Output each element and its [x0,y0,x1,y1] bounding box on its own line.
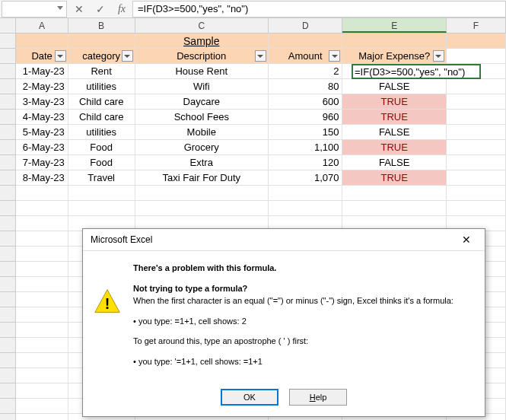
row-header[interactable] [0,368,16,383]
cell[interactable] [16,368,68,383]
cell[interactable] [447,79,506,94]
cell[interactable] [447,170,506,186]
cell[interactable] [16,231,68,247]
cell[interactable] [447,201,506,216]
cell[interactable] [16,399,68,414]
cell-major[interactable]: TRUE [342,140,446,155]
cell-category[interactable]: utilities [68,125,135,140]
cell-date[interactable]: 2-May-23 [16,79,68,94]
cell[interactable] [447,140,506,155]
filter-icon[interactable] [433,50,444,62]
col-header-D[interactable]: D [269,18,343,33]
cell[interactable] [16,247,68,262]
row-header[interactable] [0,155,16,170]
row-header[interactable] [0,338,16,353]
cell-major[interactable]: TRUE [342,170,446,186]
cell-category[interactable]: Food [68,140,135,155]
cell[interactable] [135,186,269,201]
cell-major[interactable]: FALSE [342,79,446,94]
cell-description[interactable]: Grocery [135,140,269,155]
row-header[interactable] [0,231,16,247]
row-header[interactable] [0,383,16,399]
cell-description[interactable]: House Rent [135,64,269,79]
cell[interactable] [342,33,446,49]
cell[interactable] [269,201,343,216]
cell-major[interactable]: TRUE [342,94,446,110]
cell-date[interactable]: 3-May-23 [16,94,68,110]
cell-amount[interactable]: 960 [269,110,343,125]
enter-formula-button[interactable]: ✓ [90,1,111,18]
cell[interactable] [447,33,506,49]
ok-button[interactable]: OK [221,389,278,406]
select-all-corner[interactable] [0,18,16,33]
cell-category[interactable]: Travel [68,170,135,186]
cell[interactable] [16,292,68,307]
name-box[interactable] [2,1,67,18]
filter-icon[interactable] [329,50,340,62]
cell-amount[interactable]: 120 [269,155,343,170]
cell[interactable] [447,125,506,140]
row-header[interactable] [0,307,16,323]
cell[interactable] [16,414,68,420]
cell-amount[interactable]: 600 [269,94,343,110]
cell[interactable] [269,186,343,201]
row-header[interactable] [0,353,16,368]
cell-category[interactable]: Food [68,155,135,170]
cell-description[interactable]: Extra [135,155,269,170]
cell-editing-overlay[interactable]: =IF(D3>=500,"yes", "no") [352,64,481,79]
cell[interactable] [16,201,68,216]
row-header[interactable] [0,262,16,277]
cell-date[interactable]: 7-May-23 [16,155,68,170]
col-header-E[interactable]: E [342,18,447,33]
cell[interactable] [342,201,446,216]
cell[interactable] [16,262,68,277]
cell-date[interactable]: 5-May-23 [16,125,68,140]
cell-description[interactable]: Taxi Fair For Duty [135,170,269,186]
cell-description[interactable]: Mobile [135,125,269,140]
filter-icon[interactable] [55,50,66,62]
title-cell[interactable]: Sample [135,33,269,49]
cell[interactable] [16,338,68,353]
cell-major[interactable]: FALSE [342,125,446,140]
cell-description[interactable]: School Fees [135,110,269,125]
row-header[interactable] [0,125,16,140]
row-header[interactable] [0,201,16,216]
row-header[interactable] [0,64,16,79]
row-header[interactable] [0,79,16,94]
header-category[interactable]: category [68,49,135,64]
cell[interactable] [68,33,135,49]
col-header-B[interactable]: B [68,18,135,33]
cell-amount[interactable]: 150 [269,125,343,140]
header-description[interactable]: Description [135,49,269,64]
cell[interactable] [68,201,135,216]
cell[interactable] [447,94,506,110]
cell-category[interactable]: Child care [68,110,135,125]
cell-date[interactable]: 1-May-23 [16,64,68,79]
row-header[interactable] [0,140,16,155]
row-header[interactable] [0,414,16,420]
header-amount[interactable]: Amount [269,49,343,64]
cell[interactable] [68,186,135,201]
row-header[interactable] [0,323,16,338]
cell[interactable] [16,277,68,292]
row-header[interactable] [0,94,16,110]
filter-icon[interactable] [255,50,266,62]
cell-category[interactable]: Child care [68,94,135,110]
header-date[interactable]: Date [16,49,68,64]
cell-date[interactable]: 6-May-23 [16,140,68,155]
row-header[interactable] [0,399,16,414]
cell[interactable] [16,383,68,399]
cell-amount[interactable]: 2 [269,64,343,79]
formula-input[interactable]: =IF(D3>=500,"yes", "no") [132,1,506,18]
col-header-A[interactable]: A [16,18,68,33]
cell-date[interactable]: 8-May-23 [16,170,68,186]
cell-category[interactable]: Rent [68,64,135,79]
cell[interactable] [447,49,506,64]
cell-amount[interactable]: 80 [269,79,343,94]
cell[interactable] [16,216,68,231]
cancel-formula-button[interactable]: ✕ [68,1,90,18]
cell-major[interactable]: TRUE [342,110,446,125]
cell-amount[interactable]: 1,070 [269,170,343,186]
cell[interactable] [447,186,506,201]
cell[interactable] [447,110,506,125]
